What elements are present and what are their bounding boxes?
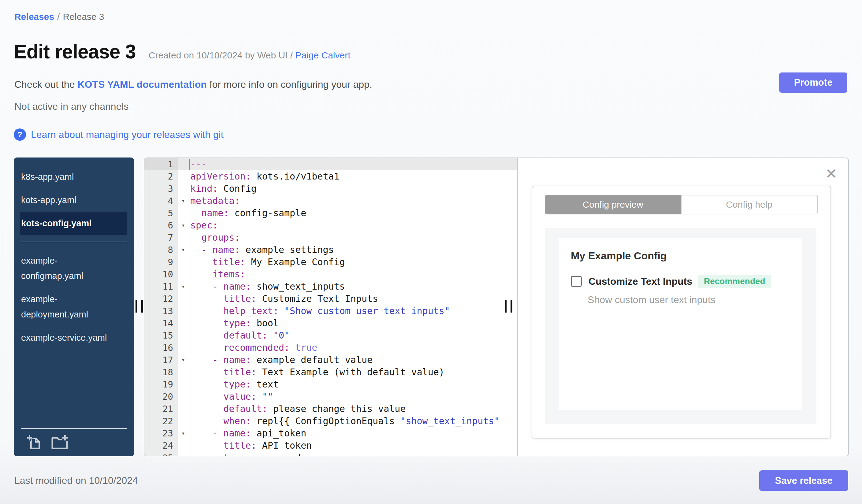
file-item-example-deployment.yaml[interactable]: example-deployment.yaml (20, 288, 127, 326)
code-line: when: repl{{ ConfigOptionEquals "show_te… (188, 415, 517, 427)
file-name: kots-config.yaml (21, 216, 91, 231)
editor-line-13[interactable]: 13 help_text: "Show custom user text inp… (144, 305, 517, 317)
editor-line-10[interactable]: 10 items: (144, 268, 517, 280)
code-line: - name: show_text_inputs (188, 280, 517, 293)
preview-card: Config previewConfig help My Example Con… (532, 186, 831, 439)
editor-line-4[interactable]: 4▾metadata: (144, 195, 517, 207)
gutter-line-number: 24 (144, 439, 178, 452)
editor-line-18[interactable]: 18 title: Text Example (with default val… (144, 366, 517, 378)
fold-arrow-icon[interactable]: ▾ (178, 280, 188, 293)
file-item-example-configmap.yaml[interactable]: example-configmap.yaml (20, 249, 127, 288)
git-releases-link[interactable]: Learn about managing your releases with … (31, 129, 224, 141)
config-form: My Example Config Customize Text Inputs … (559, 238, 802, 410)
breadcrumb: Releases/Release 3 (14, 12, 104, 22)
fold-arrow-icon[interactable]: ▾ (178, 354, 188, 366)
page-title: Edit release 3 (14, 40, 136, 63)
close-icon[interactable]: ✕ (825, 167, 837, 181)
code-line: metadata: (188, 195, 517, 207)
tab-config-help[interactable]: Config help (681, 195, 818, 214)
customize-text-inputs-checkbox[interactable] (571, 276, 582, 287)
fold-arrow-icon[interactable]: ▾ (178, 195, 188, 207)
new-file-icon[interactable] (26, 434, 42, 450)
editor-line-14[interactable]: 14 type: bool (144, 317, 517, 329)
editor-line-9[interactable]: 9 title: My Example Config (144, 256, 517, 268)
title-row: Edit release 3 Created on 10/10/2024 by … (14, 40, 351, 63)
breadcrumb-separator: / (57, 12, 60, 22)
editor-line-7[interactable]: 7 groups: (144, 231, 517, 244)
file-name: k8s-app.yaml (21, 169, 74, 184)
editor-line-20[interactable]: 20 value: "" (144, 390, 517, 403)
save-release-button[interactable]: Save release (759, 470, 848, 491)
editor-line-21[interactable]: 21 default: please change this value (144, 403, 517, 415)
fold-spacer (178, 403, 188, 415)
kots-docs-link[interactable]: KOTS YAML documentation (77, 79, 207, 90)
indent-guide (223, 342, 223, 354)
code-line: --- (188, 158, 517, 170)
editor-line-2[interactable]: 2apiVersion: kots.io/v1beta1 (144, 170, 517, 183)
created-text: Created on 10/10/2024 by Web UI / (149, 50, 296, 60)
indent-guide (223, 415, 223, 427)
editor-line-1[interactable]: 1--- (144, 158, 517, 170)
editor-line-3[interactable]: 3kind: Config (144, 183, 517, 195)
help-icon[interactable]: ? (14, 129, 26, 141)
fold-spacer (178, 158, 188, 170)
fold-spacer (178, 305, 188, 317)
editor-lines: 1---2apiVersion: kots.io/v1beta13kind: C… (144, 158, 517, 456)
file-item-kots-app.yaml[interactable]: kots-app.yaml (20, 188, 127, 212)
code-line: title: API token (188, 439, 517, 452)
promote-button[interactable]: Promote (779, 72, 847, 93)
fold-spacer (178, 231, 188, 244)
indent-guide (223, 366, 223, 378)
fold-spacer (178, 415, 188, 427)
panel-resize-handle-right[interactable] (505, 300, 512, 313)
code-line: title: Customize Text Inputs (188, 293, 517, 305)
editor-line-5[interactable]: 5 name: config-sample (144, 207, 517, 219)
config-item-row: Customize Text Inputs Recommended (571, 275, 790, 288)
fold-spacer (178, 378, 188, 390)
gutter-line-number: 10 (144, 268, 178, 280)
fold-arrow-icon[interactable]: ▾ (178, 427, 188, 439)
new-folder-icon[interactable] (50, 434, 69, 450)
editor-line-6[interactable]: 6▾spec: (144, 219, 517, 231)
editor-line-25[interactable]: 25 type: password (144, 452, 517, 456)
resize-bar (505, 300, 507, 313)
fold-spacer (178, 342, 188, 354)
editor-line-16[interactable]: 16 recommended: true (144, 342, 517, 354)
fold-arrow-icon[interactable]: ▾ (178, 219, 188, 231)
indent-guide (223, 403, 223, 415)
editor-line-22[interactable]: 22 when: repl{{ ConfigOptionEquals "show… (144, 415, 517, 427)
docs-line: Check out the KOTS YAML documentation fo… (14, 79, 372, 90)
fold-spacer (178, 170, 188, 183)
author-link[interactable]: Paige Calvert (295, 50, 350, 60)
file-name: example-deployment.yaml (21, 291, 116, 322)
release-editor: 1---2apiVersion: kots.io/v1beta13kind: C… (144, 158, 849, 456)
yaml-editor[interactable]: 1---2apiVersion: kots.io/v1beta13kind: C… (144, 158, 517, 456)
config-group-title: My Example Config (571, 250, 790, 262)
tab-config-preview[interactable]: Config preview (545, 195, 681, 214)
file-item-k8s-app.yaml[interactable]: k8s-app.yaml (20, 165, 127, 188)
code-line: - name: example_settings (188, 244, 517, 256)
docs-prefix: Check out the (14, 79, 77, 90)
breadcrumb-releases-link[interactable]: Releases (14, 12, 54, 22)
editor-line-15[interactable]: 15 default: "0" (144, 329, 517, 342)
file-item-kots-config.yaml[interactable]: kots-config.yaml (20, 212, 127, 235)
editor-line-8[interactable]: 8▾ - name: example_settings (144, 244, 517, 256)
gutter-line-number: 5 (144, 207, 178, 219)
editor-line-11[interactable]: 11▾ - name: show_text_inputs (144, 280, 517, 293)
page: { "page": { "breadcrumb": {"link": "Rele… (0, 0, 862, 504)
editor-line-24[interactable]: 24 title: API token (144, 439, 517, 452)
code-line: name: config-sample (188, 207, 517, 219)
code-line: - name: api_token (188, 427, 517, 439)
editor-line-17[interactable]: 17▾ - name: example_default_value (144, 354, 517, 366)
code-line: type: text (188, 378, 517, 390)
gutter-line-number: 9 (144, 256, 178, 268)
gutter-line-number: 3 (144, 183, 178, 195)
gutter-line-number: 21 (144, 403, 178, 415)
editor-line-12[interactable]: 12 title: Customize Text Inputs (144, 293, 517, 305)
fold-arrow-icon[interactable]: ▾ (178, 244, 188, 256)
gutter-line-number: 6 (144, 219, 178, 231)
editor-line-19[interactable]: 19 type: text (144, 378, 517, 390)
file-item-example-service.yaml[interactable]: example-service.yaml (20, 326, 127, 349)
editor-line-23[interactable]: 23▾ - name: api_token (144, 427, 517, 439)
panel-resize-handle-left[interactable] (135, 300, 143, 313)
